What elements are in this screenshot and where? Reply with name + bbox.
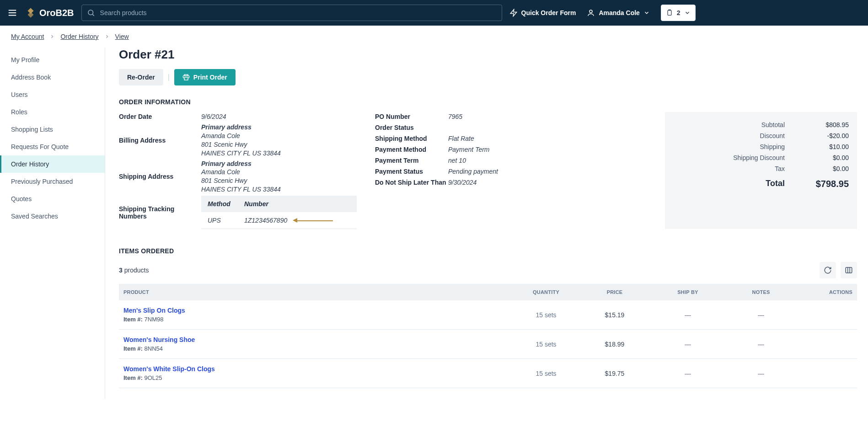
qty-cell: 15 sets bbox=[514, 341, 578, 348]
discount-label: Discount bbox=[673, 132, 785, 139]
columns-button[interactable] bbox=[841, 262, 857, 278]
shipping-total-value: $10.00 bbox=[812, 143, 849, 150]
product-link[interactable]: Women's White Slip-On Clogs bbox=[123, 365, 514, 373]
th-price: PRICE bbox=[578, 289, 651, 295]
th-product: PRODUCT bbox=[123, 289, 514, 295]
brand-logo[interactable]: OroB2B bbox=[25, 7, 74, 19]
notes-cell: — bbox=[724, 311, 798, 319]
tracking-number-header: Number bbox=[238, 196, 275, 212]
sidebar-item[interactable]: Order History bbox=[0, 155, 105, 173]
sidebar-item[interactable]: Shopping Lists bbox=[0, 121, 105, 138]
po-number-label: PO Number bbox=[375, 112, 448, 121]
payment-term-label: Payment Term bbox=[375, 156, 448, 165]
breadcrumb-item[interactable]: My Account bbox=[11, 33, 44, 40]
billing-address-value: Primary address Amanda Cole 801 Scenic H… bbox=[201, 123, 357, 158]
order-date-label: Order Date bbox=[119, 112, 201, 121]
svg-line-4 bbox=[92, 14, 94, 16]
items-count: 3 products bbox=[119, 267, 149, 274]
payment-method-label: Payment Method bbox=[375, 145, 448, 154]
app-header: OroB2B Quick Order Form Amanda Cole bbox=[0, 0, 868, 26]
search-input[interactable] bbox=[81, 5, 502, 21]
ship-by-cell: — bbox=[651, 341, 724, 348]
ship-by-cell: — bbox=[651, 370, 724, 377]
address-title: Primary address bbox=[201, 160, 357, 168]
shipping-address-value: Primary address Amanda Cole 801 Scenic H… bbox=[201, 160, 357, 194]
search-container bbox=[81, 5, 502, 21]
cart-button[interactable]: 2 bbox=[661, 5, 696, 21]
price-cell: $18.99 bbox=[578, 341, 651, 348]
th-ship-by: SHIP BY bbox=[651, 289, 724, 295]
header-actions: Quick Order Form Amanda Cole 2 bbox=[509, 5, 696, 21]
po-number-value: 7965 bbox=[448, 112, 498, 121]
chevron-right-icon bbox=[104, 34, 110, 39]
no-ship-value: 9/30/2024 bbox=[448, 178, 498, 187]
breadcrumb-item[interactable]: View bbox=[115, 33, 129, 40]
th-actions: ACTIONS bbox=[798, 289, 852, 295]
order-info-title: ORDER INFORMATION bbox=[119, 98, 857, 106]
sidebar-item[interactable]: Previously Purchased bbox=[0, 173, 105, 190]
cart-count: 2 bbox=[677, 9, 680, 16]
sidebar-item[interactable]: Address Book bbox=[0, 69, 105, 86]
tracking-method-header: Method bbox=[201, 196, 238, 212]
shipping-method-label: Shipping Method bbox=[375, 134, 448, 143]
page-actions: Re-Order | Print Order bbox=[119, 69, 857, 85]
shipping-discount-value: $0.00 bbox=[812, 154, 849, 161]
lightning-icon bbox=[509, 9, 518, 17]
main-content: Order #21 Re-Order | Print Order ORDER I… bbox=[105, 48, 868, 399]
billing-address-label: Billing Address bbox=[119, 136, 201, 145]
discount-value: -$20.00 bbox=[812, 132, 849, 139]
user-icon bbox=[587, 9, 595, 17]
sidebar-item[interactable]: Roles bbox=[0, 103, 105, 121]
notes-cell: — bbox=[724, 341, 798, 348]
address-title: Primary address bbox=[201, 123, 357, 132]
shipping-total-label: Shipping bbox=[673, 143, 785, 150]
totals-panel: Subtotal$808.95 Discount-$20.00 Shipping… bbox=[665, 112, 857, 229]
sidebar-item[interactable]: Requests For Quote bbox=[0, 138, 105, 155]
breadcrumb-item[interactable]: Order History bbox=[60, 33, 98, 40]
product-link[interactable]: Women's Nursing Shoe bbox=[123, 336, 514, 343]
total-value: $798.95 bbox=[812, 179, 849, 189]
order-status-label: Order Status bbox=[375, 123, 448, 132]
notes-cell: — bbox=[724, 370, 798, 377]
product-sku: Item #: 7NM98 bbox=[123, 316, 514, 323]
sidebar-item[interactable]: Saved Searches bbox=[0, 208, 105, 225]
subtotal-value: $808.95 bbox=[812, 121, 849, 128]
chevron-right-icon bbox=[49, 34, 55, 39]
svg-point-6 bbox=[589, 10, 592, 13]
address-name: Amanda Cole bbox=[201, 168, 357, 176]
refresh-icon bbox=[824, 266, 832, 274]
payment-status-label: Payment Status bbox=[375, 167, 448, 176]
svg-rect-10 bbox=[846, 267, 852, 273]
page-title: Order #21 bbox=[119, 48, 857, 62]
sidebar-item[interactable]: My Profile bbox=[0, 51, 105, 69]
no-ship-label: Do Not Ship Later Than bbox=[375, 178, 448, 187]
items-table: PRODUCT QUANTITY PRICE SHIP BY NOTES ACT… bbox=[119, 284, 857, 388]
address-line1: 801 Scenic Hwy bbox=[201, 140, 357, 149]
reorder-button[interactable]: Re-Order bbox=[119, 69, 163, 85]
tracking-table: Method Number UPS 1Z1234567890 bbox=[201, 196, 357, 229]
sidebar-item[interactable]: Users bbox=[0, 86, 105, 103]
svg-rect-7 bbox=[668, 11, 671, 16]
shipping-address-label: Shipping Address bbox=[119, 172, 201, 181]
product-link[interactable]: Men's Slip On Clogs bbox=[123, 307, 514, 314]
clipboard-icon bbox=[666, 9, 673, 16]
sidebar-nav: My ProfileAddress BookUsersRolesShopping… bbox=[0, 48, 105, 399]
payment-method-value: Payment Term bbox=[448, 145, 498, 154]
quick-order-link[interactable]: Quick Order Form bbox=[509, 9, 576, 17]
sidebar-item[interactable]: Quotes bbox=[0, 190, 105, 208]
quick-order-label: Quick Order Form bbox=[521, 9, 576, 16]
action-separator: | bbox=[168, 73, 170, 81]
user-name: Amanda Cole bbox=[599, 9, 639, 16]
tracking-number: 1Z1234567890 bbox=[244, 217, 287, 224]
print-order-button[interactable]: Print Order bbox=[174, 69, 236, 85]
ship-by-cell: — bbox=[651, 311, 724, 319]
svg-marker-5 bbox=[510, 10, 517, 16]
user-menu[interactable]: Amanda Cole bbox=[587, 9, 649, 17]
address-line2: HAINES CITY FL US 33844 bbox=[201, 149, 357, 158]
printer-icon bbox=[182, 74, 190, 81]
table-row: Women's Nursing ShoeItem #: 8NN5415 sets… bbox=[119, 330, 857, 359]
table-row: Women's White Slip-On ClogsItem #: 9OL25… bbox=[119, 359, 857, 388]
search-icon bbox=[87, 9, 95, 17]
refresh-button[interactable] bbox=[820, 262, 836, 278]
menu-icon[interactable] bbox=[7, 8, 17, 18]
